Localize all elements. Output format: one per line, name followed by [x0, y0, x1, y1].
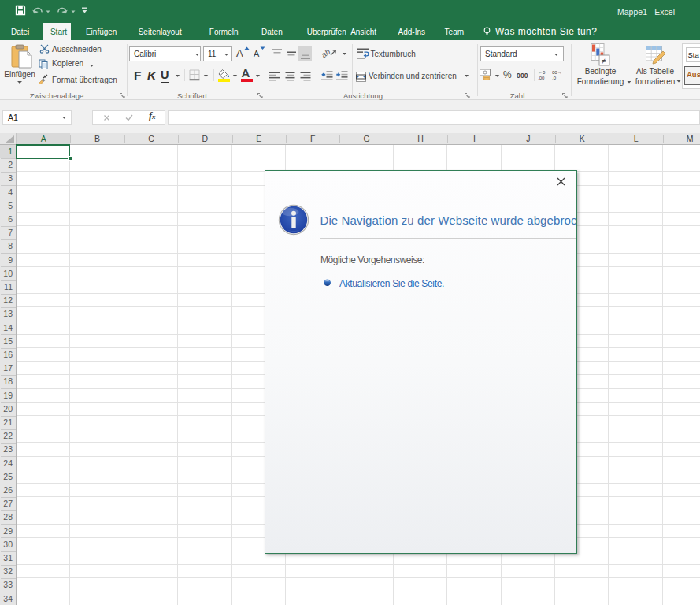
svg-text:←0: ←0: [538, 70, 546, 75]
svg-text:,0: ,0: [552, 76, 557, 80]
svg-text:≠: ≠: [602, 57, 606, 65]
svg-text:,00: ,00: [538, 76, 545, 80]
svg-text:00→: 00→: [552, 70, 562, 75]
